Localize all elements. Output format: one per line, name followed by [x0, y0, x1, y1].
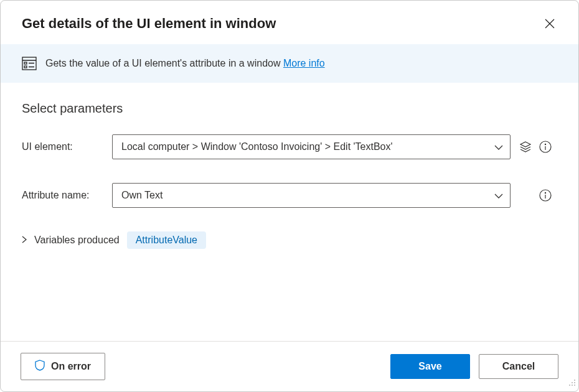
banner-description: Gets the value of a UI element's attribu…	[45, 58, 283, 68]
chevron-right-icon[interactable]	[22, 235, 27, 246]
variables-produced-row: Variables produced AttributeValue	[22, 231, 557, 249]
ui-element-row-icons	[519, 141, 552, 153]
svg-point-10	[545, 144, 545, 144]
dialog-header: Get details of the UI element in window	[1, 1, 578, 44]
ui-element-select[interactable]: Local computer > Window 'Contoso Invoici…	[112, 134, 511, 159]
ui-element-row: UI element: Local computer > Window 'Con…	[22, 134, 557, 159]
shield-icon	[35, 360, 45, 373]
svg-point-18	[569, 385, 570, 386]
ui-element-value: Local computer > Window 'Contoso Invoici…	[121, 141, 393, 152]
more-info-link[interactable]: More info	[283, 58, 325, 68]
layers-icon[interactable]	[519, 141, 532, 153]
close-icon	[545, 19, 555, 29]
attribute-name-row: Attribute name: Own Text	[22, 183, 557, 208]
ui-element-select-wrapper: Local computer > Window 'Contoso Invoici…	[112, 134, 511, 159]
attribute-name-label: Attribute name:	[22, 190, 112, 201]
form-details-icon	[22, 57, 37, 70]
attribute-name-value: Own Text	[121, 190, 162, 201]
on-error-label: On error	[51, 361, 91, 372]
svg-point-13	[545, 192, 545, 193]
svg-rect-4	[24, 62, 27, 64]
ui-element-label: UI element:	[22, 141, 112, 152]
dialog-content: Select parameters UI element: Local comp…	[1, 83, 578, 341]
svg-point-16	[572, 382, 573, 383]
svg-point-15	[574, 380, 575, 381]
info-banner: Gets the value of a UI element's attribu…	[1, 44, 578, 83]
footer-right: Save Cancel	[390, 354, 558, 379]
svg-rect-6	[24, 66, 27, 68]
variable-chip[interactable]: AttributeValue	[127, 231, 206, 249]
svg-point-19	[572, 385, 573, 386]
save-button[interactable]: Save	[390, 354, 470, 379]
dialog-footer: On error Save Cancel	[1, 341, 578, 391]
resize-grip-icon[interactable]	[567, 378, 576, 389]
svg-marker-8	[520, 142, 530, 147]
svg-point-20	[574, 385, 575, 386]
on-error-button[interactable]: On error	[21, 353, 105, 380]
cancel-button[interactable]: Cancel	[479, 354, 558, 379]
attribute-name-select-wrapper: Own Text	[112, 183, 511, 208]
dialog-title: Get details of the UI element in window	[22, 16, 276, 32]
info-icon[interactable]	[539, 189, 552, 202]
section-title: Select parameters	[22, 101, 557, 116]
close-button[interactable]	[542, 16, 557, 31]
variables-produced-label: Variables produced	[34, 235, 120, 246]
attribute-name-select[interactable]: Own Text	[112, 183, 511, 208]
info-icon[interactable]	[539, 141, 552, 153]
attribute-row-icons	[539, 189, 552, 202]
svg-point-17	[574, 382, 575, 383]
banner-text: Gets the value of a UI element's attribu…	[45, 58, 325, 69]
